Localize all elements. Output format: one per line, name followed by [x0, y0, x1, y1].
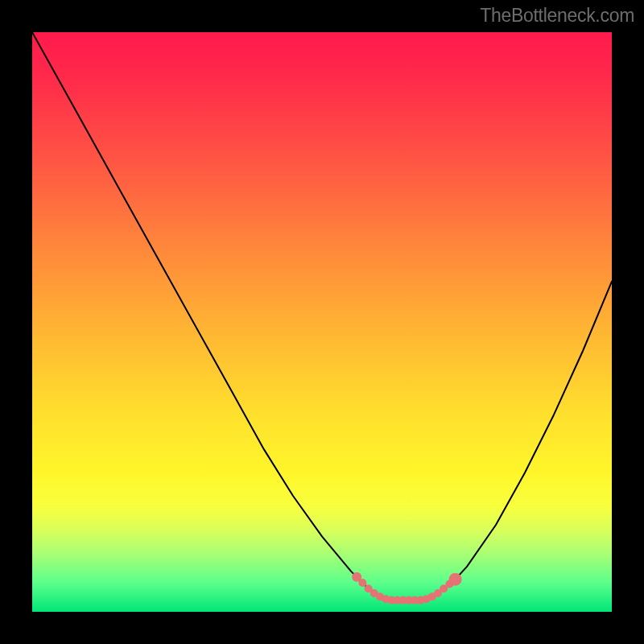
plot-area: [32, 32, 612, 612]
chart-frame: TheBottleneck.com: [0, 0, 644, 644]
watermark-text: TheBottleneck.com: [480, 5, 634, 27]
background-gradient: [32, 32, 612, 612]
